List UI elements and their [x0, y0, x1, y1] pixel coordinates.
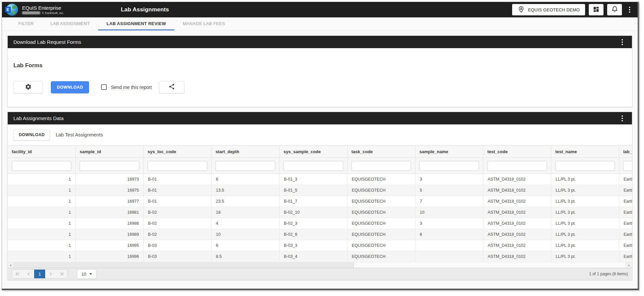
report-name-label: Lab Test Assignments [56, 132, 103, 137]
cell-task_code: EQUISGEOTECH [347, 240, 415, 251]
tab-manage-lab-fees[interactable]: MANAGE LAB FEES [174, 17, 234, 30]
column-header-test_name[interactable]: test_name [551, 145, 619, 158]
tab-lab-assignment[interactable]: LAB ASSIGNMENT [42, 17, 98, 30]
cell-sys_loc_code: B-03 [144, 240, 212, 251]
column-header-test_code[interactable]: test_code [483, 145, 551, 158]
facility-chooser-label: EQUIS GEOTECH DEMO [528, 7, 580, 12]
cell-start_depth: 18 [212, 207, 279, 218]
next-page-button[interactable] [45, 270, 56, 278]
forms-panel: Download Lab Request Forms Lab Forms DOW… [7, 35, 632, 107]
pager-summary: 1 of 1 pages (8 items) [589, 272, 628, 276]
cell-sample_name: 7 [415, 196, 483, 207]
cell-sample_id: 16995 [76, 240, 144, 251]
filter-input-lab_code[interactable] [623, 161, 632, 171]
cell-sys_sample_code: B-01_5 [279, 185, 347, 196]
column-header-lab_code[interactable]: lab_code [619, 145, 632, 158]
cell-test_code: ASTM_D4318_0102 [483, 240, 551, 251]
filter-input-task_code[interactable] [351, 161, 411, 171]
bell-icon [611, 6, 618, 14]
grid-filter-row [8, 158, 632, 174]
page-size-dropdown[interactable]: 10 [77, 269, 96, 279]
cell-sample_id: 16996 [76, 251, 144, 262]
cell-sys_sample_code: B-03_4 [279, 251, 347, 262]
cell-test_code: ASTM_D4318_0102 [483, 185, 551, 196]
table-row[interactable]: 116989B-0210B-02_6EQUISGEOTECH6ASTM_D431… [8, 229, 632, 240]
cell-sys_loc_code: B-02 [144, 218, 212, 229]
filter-cell-sample_id [76, 158, 144, 174]
cell-sample_name: 6 [415, 229, 483, 240]
dashboard-grid-icon [593, 6, 599, 14]
scrollbar-track[interactable] [354, 262, 626, 268]
cell-sys_loc_code: B-02 [144, 229, 212, 240]
previous-page-button[interactable] [23, 270, 34, 278]
filter-input-sample_id[interactable] [80, 161, 139, 171]
topbar-menu-kebab-icon[interactable] [626, 5, 634, 15]
column-header-facility_id[interactable]: facility_id [8, 145, 76, 158]
report-settings-button[interactable] [13, 81, 43, 93]
table-row[interactable]: 116996B-038.5B-03_4EQUISGEOTECHASTM_D431… [8, 251, 632, 262]
share-report-button[interactable] [159, 81, 184, 93]
filter-cell-task_code [347, 158, 415, 174]
grid-header-row: facility_idsample_idsys_loc_codestart_de… [8, 145, 632, 158]
scrollbar-thumb[interactable] [14, 262, 354, 268]
send-report-label: Send me this report [111, 85, 152, 90]
table-row[interactable]: 116986B-024B-02_3EQUISGEOTECH3ASTM_D4318… [8, 218, 632, 229]
current-page-button[interactable]: 1 [34, 270, 45, 278]
filter-input-start_depth[interactable] [216, 161, 275, 171]
send-report-checkbox[interactable] [101, 84, 107, 90]
forms-panel-kebab-icon[interactable] [618, 37, 626, 47]
page-title: Lab Assignments [121, 6, 169, 13]
column-header-sys_loc_code[interactable]: sys_loc_code [144, 145, 212, 158]
filter-input-sys_sample_code[interactable] [284, 161, 343, 171]
grid-body: 116973B-016B-01_3EQUISGEOTECH3ASTM_D4318… [8, 174, 632, 262]
cell-sys_loc_code: B-01 [144, 196, 212, 207]
table-row[interactable]: 116981B-0218B-02_10EQUISGEOTECH10ASTM_D4… [8, 207, 632, 218]
facility-chooser-button[interactable]: EQUIS GEOTECH DEMO [512, 4, 585, 15]
dashboard-chooser-button[interactable] [589, 4, 603, 15]
cell-facility_id: 1 [8, 251, 76, 262]
cell-test_name: LL/PL 3 pt. [551, 207, 619, 218]
filter-cell-sys_loc_code [144, 158, 212, 174]
cell-facility_id: 1 [8, 229, 76, 240]
data-panel-kebab-icon[interactable] [618, 113, 626, 123]
forms-subtitle: Lab Forms [13, 62, 626, 69]
download-report-button[interactable]: DOWNLOAD [51, 81, 89, 93]
cell-sample_name [415, 240, 483, 251]
data-grid: facility_idsample_idsys_loc_codestart_de… [8, 145, 632, 280]
table-row[interactable]: 116995B-036B-03_3EQUISGEOTECHASTM_D4318_… [8, 240, 632, 251]
filter-input-test_code[interactable] [487, 161, 547, 171]
cell-facility_id: 1 [8, 174, 76, 185]
download-data-button[interactable]: DOWNLOAD [13, 129, 50, 140]
column-header-sys_sample_code[interactable]: sys_sample_code [279, 145, 347, 158]
table-row[interactable]: 116973B-016B-01_3EQUISGEOTECH3ASTM_D4318… [8, 174, 632, 185]
forms-panel-title: Download Lab Request Forms [13, 39, 81, 45]
cell-sample_id: 16975 [76, 185, 144, 196]
column-header-task_code[interactable]: task_code [347, 145, 415, 158]
cell-lab_code: EarthSoft_ [619, 218, 632, 229]
scroll-right-arrow-icon[interactable]: › [626, 262, 632, 268]
column-header-start_depth[interactable]: start_depth [212, 145, 279, 158]
last-page-button[interactable] [56, 270, 67, 278]
cell-test_code: ASTM_D4318_0102 [483, 207, 551, 218]
cell-sample_id: 16973 [76, 174, 144, 185]
filter-input-facility_id[interactable] [12, 161, 71, 171]
table-row[interactable]: 116975B-0113.5B-01_5EQUISGEOTECH5ASTM_D4… [8, 185, 632, 196]
filter-cell-sys_sample_code [279, 158, 347, 174]
notifications-button[interactable] [607, 4, 622, 15]
table-row[interactable]: 116977B-0123.5B-01_7EQUISGEOTECH7ASTM_D4… [8, 196, 632, 207]
cell-lab_code: EarthSoft_ [619, 251, 632, 262]
column-header-sample_id[interactable]: sample_id [76, 145, 144, 158]
tab-filter[interactable]: FILTER [10, 17, 42, 30]
cell-task_code: EQUISGEOTECH [347, 218, 415, 229]
column-header-sample_name[interactable]: sample_name [415, 145, 483, 158]
cell-sys_loc_code: B-01 [144, 185, 212, 196]
cell-sys_sample_code: B-02_3 [279, 218, 347, 229]
gear-icon [25, 83, 32, 91]
cell-task_code: EQUISGEOTECH [347, 207, 415, 218]
filter-input-sample_name[interactable] [419, 161, 479, 171]
filter-input-sys_loc_code[interactable] [148, 161, 207, 171]
tab-lab-assignment-review[interactable]: LAB ASSIGNMENT REVIEW [98, 17, 174, 30]
filter-input-test_name[interactable] [555, 161, 615, 171]
scroll-left-arrow-icon[interactable]: ‹ [8, 262, 14, 268]
first-page-button[interactable] [12, 270, 23, 278]
